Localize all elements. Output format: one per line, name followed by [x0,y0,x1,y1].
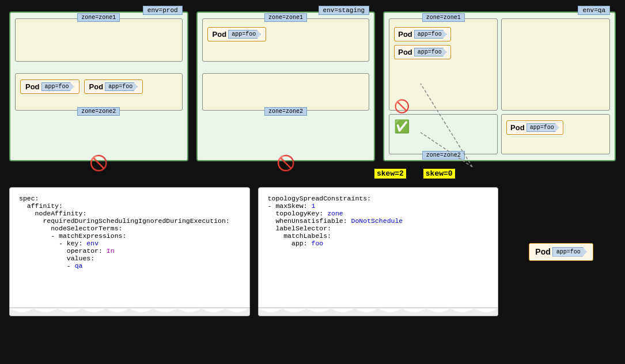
bottom-right-pod-area: Pod app=foo [506,187,616,316]
topology-code-wrapper: topologySpreadConstraints: - maxSkew: 1 … [258,187,499,316]
pod-box: Pod app=foo [84,79,143,94]
cluster1-zone1-box: zone=zone1 [15,18,183,62]
cluster2-zone2-label: zone=zone2 [264,107,307,116]
cluster1-diagram: env=prod zone=zone1 Pod app=foo Pod a [9,12,188,173]
cluster2-zone1-box: zone=zone1 Pod app=foo [202,18,370,62]
cluster3-zone1-col: zone=zone1 Pod app=foo Pod app=foo [389,18,498,154]
cluster2-zone2-box: zone=zone2 [202,73,370,111]
cluster3-zone2-pods: Pod app=foo [506,118,605,135]
cluster3-zone1-pods: Pod app=foo Pod app=foo [394,22,493,59]
skew-label-2: skew=0 [423,169,455,179]
cluster3-zone1-right-box [501,18,610,111]
cluster1-box: env=prod zone=zone1 Pod app=foo Pod a [9,12,188,161]
cluster1-forbidden-icon: 🚫 [89,154,108,173]
cluster3-zones: zone=zone1 Pod app=foo Pod app=foo [389,18,610,154]
bottom-pod-box: Pod app=foo [529,243,593,261]
pod-box: Pod app=foo [207,27,267,41]
skew-label-1: skew=2 [374,169,406,179]
cluster1-zone2-box: Pod app=foo Pod app=foo zone=zone2 [15,73,183,111]
topology-code-block: topologySpreadConstraints: - maxSkew: 1 … [258,187,499,308]
cluster3-zone1-label: zone=zone1 [422,13,465,22]
cluster1-zone2-label: zone=zone2 [77,107,120,116]
cluster3-zone1-forbidden: 🚫 [394,99,410,115]
cluster3-check-icon: ✅ [394,119,410,135]
pod-box: Pod app=foo [506,120,563,135]
cluster2-zone1-pods: Pod app=foo [207,22,365,41]
cluster2-diagram: env=staging zone=zone1 Pod app=foo zone=… [196,12,376,173]
cluster1-zone2-pods: Pod app=foo Pod app=foo [20,77,177,94]
cluster2-env-label: env=staging [319,6,370,15]
cluster2-forbidden-icon: 🚫 [276,154,295,173]
cluster3-zone2-right-box: Pod app=foo [501,114,610,154]
cluster3-zone2-box: ✅ zone=zone2 [389,114,498,154]
cluster1-env-label: env=prod [143,6,183,15]
pod-box: Pod app=foo [20,79,79,94]
skew-section: skew=2 skew=0 [374,164,455,182]
affinity-code-wrapper: spec: affinity: nodeAffinity: requiredDu… [9,187,250,316]
cluster3-zone2-col: Pod app=foo [501,18,610,154]
bottom-section: spec: affinity: nodeAffinity: requiredDu… [0,181,625,316]
cluster3-box: env=qa zone=zone1 Pod app=foo [383,12,616,161]
pod-box: Pod app=foo [394,27,451,41]
cluster3-zone1-box: zone=zone1 Pod app=foo Pod app=foo [389,18,498,111]
cluster2-box: env=staging zone=zone1 Pod app=foo zone=… [196,12,376,161]
pod-box: Pod app=foo [394,45,451,59]
cluster3-env-label: env=qa [578,6,610,15]
affinity-code-block: spec: affinity: nodeAffinity: requiredDu… [9,187,250,308]
topology-code-bottom [258,308,499,316]
cluster3-diagram: env=qa zone=zone1 Pod app=foo [383,12,616,173]
affinity-code-bottom [9,308,250,316]
cluster3-zone2-label: zone=zone2 [422,151,465,160]
cluster2-zone1-label: zone=zone1 [264,13,307,22]
cluster1-zone1-label: zone=zone1 [77,13,120,22]
